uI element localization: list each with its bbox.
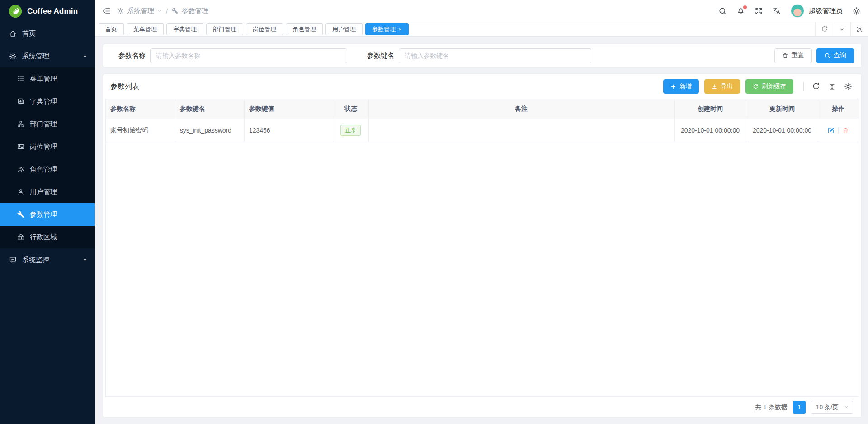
sidebar-item-label: 字典管理 (30, 97, 57, 106)
reset-button[interactable]: 重置 (774, 48, 812, 63)
app-root: Coffee Admin 首页 系统管理 (0, 0, 868, 424)
table-header-row: 参数名称 参数键名 参数键值 状态 备注 创建时间 更新时间 操作 (106, 99, 859, 119)
edit-row-icon[interactable] (827, 127, 835, 134)
user-icon (17, 188, 24, 195)
home-icon (9, 30, 17, 38)
divider (803, 82, 804, 91)
chevron-down-icon[interactable] (157, 9, 162, 13)
page-content: 参数名称 参数键名 重置 查询 (95, 37, 868, 424)
tab-param-mgmt[interactable]: 参数管理 × (365, 23, 409, 35)
table-row: 账号初始密码 sys_init_password 123456 正常 2020-… (106, 119, 859, 142)
settings-gear-icon[interactable] (852, 7, 861, 15)
translate-icon[interactable] (773, 7, 781, 15)
tab-label: 参数管理 (372, 25, 396, 33)
sidebar-item-label: 行政区域 (30, 233, 57, 242)
param-key-label: 参数键名 (367, 52, 394, 60)
tab-close-icon[interactable]: × (398, 26, 402, 32)
column-settings-gear-icon[interactable] (844, 82, 852, 91)
sidebar-item-menu-mgmt[interactable]: 菜单管理 (0, 67, 95, 90)
notifications-button[interactable] (736, 7, 745, 15)
cell-param-name: 账号初始密码 (106, 119, 175, 142)
col-header-actions: 操作 (818, 99, 859, 119)
tab-home[interactable]: 首页 (99, 23, 124, 35)
page-size-value: 10 条/页 (816, 403, 839, 411)
status-badge: 正常 (340, 125, 361, 136)
gear-icon (117, 8, 124, 14)
sidebar-item-label: 首页 (22, 29, 36, 38)
breadcrumb-item-current: 参数管理 (181, 7, 208, 15)
sidebar-item-label: 岗位管理 (30, 143, 57, 151)
export-button-label: 导出 (721, 82, 733, 91)
tab-post-mgmt[interactable]: 岗位管理 (246, 23, 283, 35)
fullscreen-icon[interactable] (755, 7, 763, 15)
chevron-down-icon (844, 405, 849, 410)
pagination: 共 1 条数据 1 10 条/页 (103, 397, 861, 417)
delete-row-icon[interactable] (842, 127, 849, 134)
app-logo[interactable]: Coffee Admin (0, 0, 95, 22)
col-header-created: 创建时间 (674, 99, 746, 119)
sidebar-item-dept-mgmt[interactable]: 部门管理 (0, 113, 95, 135)
sidebar-item-user-mgmt[interactable]: 用户管理 (0, 181, 95, 203)
tab-menu-mgmt[interactable]: 菜单管理 (127, 23, 164, 35)
maximize-content-icon[interactable] (850, 22, 868, 36)
tab-options-chevron-icon[interactable] (833, 22, 850, 36)
tab-bar: 首页 菜单管理 字典管理 部门管理 岗位管理 角色管理 用户管理 参数管理 × (95, 22, 868, 37)
cell-updated-time: 2020-10-01 00:00:00 (746, 119, 818, 142)
param-key-input[interactable] (399, 48, 591, 63)
tab-role-mgmt[interactable]: 角色管理 (286, 23, 323, 35)
export-button[interactable]: 导出 (704, 79, 740, 94)
sidebar-item-system[interactable]: 系统管理 (0, 45, 95, 67)
notification-badge-dot (743, 5, 747, 9)
roles-icon (17, 166, 24, 173)
param-name-label: 参数名称 (118, 52, 146, 60)
col-header-key: 参数键名 (175, 99, 244, 119)
cell-remark (368, 119, 674, 142)
breadcrumb: 系统管理 / 参数管理 (117, 7, 208, 15)
refresh-table-icon[interactable] (812, 82, 820, 91)
col-header-updated: 更新时间 (746, 99, 818, 119)
sidebar-item-region[interactable]: 行政区域 (0, 226, 95, 248)
user-name[interactable]: 超级管理员 (809, 7, 843, 15)
sidebar-item-param-mgmt[interactable]: 参数管理 (0, 203, 95, 226)
tab-dict-mgmt[interactable]: 字典管理 (166, 23, 203, 35)
download-icon (712, 84, 717, 90)
chevron-up-icon (82, 53, 88, 59)
col-header-name: 参数名称 (106, 99, 175, 119)
leaf-logo-icon (8, 4, 23, 19)
sidebar-item-label: 系统管理 (22, 52, 49, 61)
divider (838, 127, 839, 133)
trash-icon (782, 52, 788, 59)
avatar[interactable] (791, 4, 804, 18)
sidebar-item-home[interactable]: 首页 (0, 22, 95, 45)
refresh-cache-button[interactable]: 刷新缓存 (745, 79, 793, 94)
breadcrumb-item[interactable]: 系统管理 (127, 7, 154, 15)
add-button[interactable]: 新增 (663, 79, 699, 94)
sidebar: Coffee Admin 首页 系统管理 (0, 0, 95, 424)
tab-user-mgmt[interactable]: 用户管理 (326, 23, 363, 35)
wrench-icon (17, 211, 24, 218)
search-icon[interactable] (718, 7, 727, 15)
col-header-remark: 备注 (368, 99, 674, 119)
collapse-sidebar-icon[interactable] (102, 7, 111, 15)
app-title: Coffee Admin (27, 7, 78, 16)
search-form-card: 参数名称 参数键名 重置 查询 (103, 44, 861, 67)
tab-label: 用户管理 (332, 25, 356, 33)
tab-dept-mgmt[interactable]: 部门管理 (206, 23, 243, 35)
sidebar-item-label: 参数管理 (30, 210, 57, 219)
sidebar-item-role-mgmt[interactable]: 角色管理 (0, 158, 95, 181)
page-size-select[interactable]: 10 条/页 (811, 401, 853, 414)
sidebar-item-label: 菜单管理 (30, 75, 57, 83)
page-1-button[interactable]: 1 (793, 401, 806, 414)
sidebar-item-post-mgmt[interactable]: 岗位管理 (0, 135, 95, 158)
refresh-tab-icon[interactable] (815, 22, 833, 36)
tab-label: 菜单管理 (133, 25, 157, 33)
tab-label: 字典管理 (173, 25, 197, 33)
sidebar-item-dict-mgmt[interactable]: 字典管理 (0, 90, 95, 113)
sidebar-item-monitor[interactable]: 系统监控 (0, 248, 95, 271)
param-name-input[interactable] (150, 48, 347, 63)
tab-label: 首页 (105, 25, 117, 33)
query-button-label: 查询 (834, 52, 846, 60)
param-list-card: 参数列表 新增 导出 (103, 74, 861, 417)
query-button[interactable]: 查询 (816, 48, 854, 63)
row-density-icon[interactable] (828, 83, 836, 91)
